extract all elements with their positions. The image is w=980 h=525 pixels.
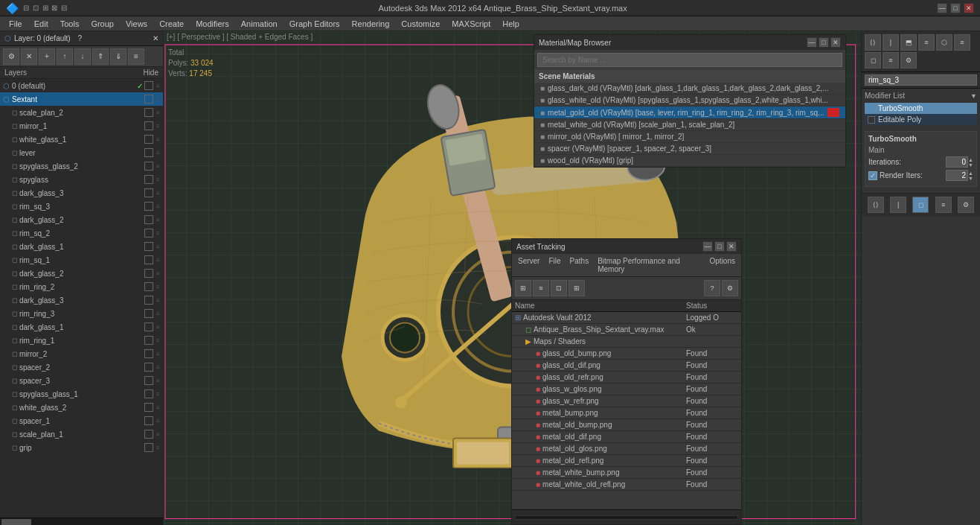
layer-vis-box[interactable] [144,202,153,211]
at-list-item[interactable]: ■metal_old_refl.pngFound [512,455,741,467]
at-list-item[interactable]: ■glass_w_refr.pngFound [512,395,741,407]
layer-vis-box[interactable] [144,296,153,305]
at-btn3[interactable]: ⊡ [551,280,567,296]
layer-vis-box[interactable] [144,81,153,90]
layer-help-icon[interactable]: ? [78,34,83,42]
menu-modifiers[interactable]: Modifiers [190,18,235,30]
material-browser-item[interactable]: ■spacer (VRayMtl) [spacer_1, spacer_2, s… [534,143,845,155]
material-browser-item[interactable]: ■mirror_old (VRayMtl) [ mirror_1, mirror… [534,131,845,143]
layer-item[interactable]: ◻rim_ring_1≡ [0,334,163,347]
iterations-input[interactable] [946,156,968,168]
nav-btn-4[interactable]: ≡ [935,197,952,213]
menu-create[interactable]: Create [153,18,190,30]
at-list-item[interactable]: ■glass_old_dif.pngFound [512,360,741,372]
layer-vis-box[interactable] [144,162,153,171]
layer-vis-box[interactable] [144,229,153,238]
nav-btn-5[interactable]: ⚙ [958,197,974,213]
layer-vis-box[interactable] [144,95,153,104]
layer-item[interactable]: ◻mirror_1≡ [0,119,163,133]
layer-item[interactable]: ◻dark_glass_2≡ [0,267,163,280]
iterations-up[interactable]: ▲ [968,157,973,162]
tb-btn1[interactable]: ⊟ [23,4,29,12]
layer-item[interactable]: ◻scale_plan_1≡ [0,427,163,441]
r-btn-9[interactable]: ⚙ [900,52,917,69]
layer-item[interactable]: ◻scale_plan_2≡ [0,106,163,119]
material-browser-item[interactable]: ■glass_dark_old (VRayMtl) [dark_glass_1,… [534,83,845,95]
at-min-btn[interactable]: — [702,241,713,252]
material-browser-item[interactable]: ■metal_white_old (VRayMtl) [scale_plan_1… [534,119,845,131]
layer-item[interactable]: ◻spyglass≡ [0,173,163,186]
layer-item[interactable]: ⬡0 (default)✓≡ [0,79,163,92]
menu-views[interactable]: Views [120,18,153,30]
menu-edit[interactable]: Edit [28,18,54,30]
layer-item[interactable]: ◻dark_glass_1≡ [0,320,163,334]
iterations-down[interactable]: ▼ [968,162,973,168]
tb-btn3[interactable]: ⊞ [42,4,48,12]
layer-vis-box[interactable] [144,175,153,184]
layer-vis-box[interactable] [144,282,153,291]
menu-help[interactable]: Help [496,18,525,30]
layer-item[interactable]: ◻rim_ring_3≡ [0,307,163,320]
material-browser-item[interactable]: ■glass_white_old (VRayMtl) [spyglass_gla… [534,95,845,106]
layer-vis-box[interactable] [144,403,153,412]
layer-item[interactable]: ◻white_glass_1≡ [0,133,163,146]
maximize-button[interactable]: □ [950,3,961,13]
layer-item[interactable]: ◻dark_glass_3≡ [0,293,163,307]
modifier-dropdown-arrow[interactable]: ▼ [970,92,977,100]
layer-vis-box[interactable] [144,148,153,157]
material-browser-item[interactable]: ■wood_old (VRayMtl) [grip] [534,155,845,167]
r-btn-7[interactable]: ◻ [865,52,881,69]
at-list-item[interactable]: ■metal_old_bump.pngFound [512,419,741,431]
material-browser-item[interactable]: ■metal_gold_old (VRayMtl) [base, lever, … [534,106,845,119]
layer-vis-box[interactable] [144,322,153,331]
at-list-item[interactable]: ■glass_old_bump.pngFound [512,348,741,360]
at-menu-bitmap[interactable]: Bitmap Performance and Memory [593,255,705,275]
at-help-btn[interactable]: ? [704,280,720,296]
layer-scrollbar-h[interactable] [0,518,163,525]
layer-vis-box[interactable] [144,389,153,398]
layer-item[interactable]: ◻spyglass_glass_2≡ [0,159,163,173]
minimize-button[interactable]: — [937,3,947,13]
layer-vis-box[interactable] [144,121,153,130]
at-list-item[interactable]: ⊞Autodesk Vault 2012Logged O [512,312,741,324]
layer-vis-box[interactable] [144,349,153,358]
layer-top-btn[interactable]: ⇑ [92,48,109,65]
layer-item[interactable]: ◻dark_glass_3≡ [0,186,163,200]
render-iters-up[interactable]: ▲ [968,171,973,176]
menu-file[interactable]: File [3,18,28,30]
render-iters-down[interactable]: ▼ [968,176,973,181]
layer-vis-box[interactable] [144,363,153,372]
mb-close-btn[interactable]: ✕ [830,37,841,48]
menu-rendering[interactable]: Rendering [346,18,396,30]
at-menu-options[interactable]: Options [705,255,740,275]
layer-item[interactable]: ◻spacer_2≡ [0,360,163,374]
tb-btn4[interactable]: ⊠ [51,4,57,12]
layer-down-btn[interactable]: ↓ [74,48,91,65]
menu-maxscript[interactable]: MAXScript [446,18,496,30]
modifier-editable-poly[interactable]: Editable Poly [865,114,977,125]
layer-vis-box[interactable] [144,255,153,264]
at-max-btn[interactable]: □ [714,241,725,252]
layer-item[interactable]: ◻dark_glass_2≡ [0,213,163,226]
scrollbar-thumb-h[interactable] [1,519,31,525]
at-list-item[interactable]: ■metal_old_dif.pngFound [512,431,741,443]
layer-item[interactable]: ◻white_glass_2≡ [0,401,163,414]
r-btn-1[interactable]: ⟨⟩ [865,34,881,51]
menu-customize[interactable]: Customize [395,18,446,30]
layer-vis-box[interactable] [144,242,153,251]
layer-item[interactable]: ◻spacer_3≡ [0,374,163,387]
at-list-item[interactable]: ■glass_w_glos.pngFound [512,384,741,395]
layers-list[interactable]: ⬡0 (default)✓≡⬡Sextant≡◻scale_plan_2≡◻mi… [0,79,163,518]
nav-btn-3[interactable]: ◻ [912,197,929,213]
layer-item[interactable]: ◻rim_sq_3≡ [0,200,163,213]
at-list-item[interactable]: ■metal_white_old_refl.pngFound [512,479,741,491]
layer-item[interactable]: ◻dark_glass_1≡ [0,240,163,253]
render-iters-input[interactable] [946,170,968,181]
nav-btn-2[interactable]: | [890,197,906,213]
layer-vis-box[interactable] [144,108,153,117]
layer-item[interactable]: ◻rim_sq_2≡ [0,226,163,240]
at-list-item[interactable]: ▶Maps / Shaders [512,336,741,348]
layer-vis-box[interactable] [144,416,153,425]
layer-close-icon[interactable]: ✕ [153,34,158,42]
layer-vis-box[interactable] [144,430,153,439]
